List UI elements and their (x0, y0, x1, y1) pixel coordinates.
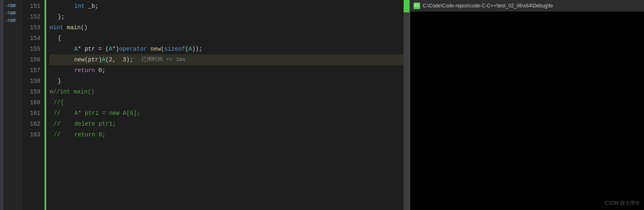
code-text: } (58, 76, 61, 86)
code-line-151: int _b; (49, 1, 404, 12)
code-line-163: // return 0; (49, 129, 404, 140)
keyword-int: int (53, 22, 63, 33)
terminal-watermark: CSDN @大理寺 (604, 200, 640, 207)
type-name: A (188, 44, 192, 54)
code-text: ( (161, 44, 164, 54)
code-line-157: return 0; (49, 65, 404, 76)
code-line-156: new (ptr) A (2, 3); 已用时间 <= 1ms (49, 54, 404, 65)
file-item-3[interactable]: .cpp (3, 17, 21, 23)
code-text: 0; (95, 65, 105, 76)
activity-bar (0, 0, 3, 210)
code-text: (ptr) (85, 54, 102, 65)
comment-text: // A* ptr1 = new A[6]; (54, 108, 140, 119)
type-name: A (102, 54, 105, 65)
function-name: new (74, 54, 85, 65)
code-text: *) (112, 44, 119, 54)
code-text (147, 44, 150, 54)
keyword-return: return (74, 65, 95, 76)
editor-scrollbar[interactable] (404, 0, 409, 210)
file-item-2[interactable]: .cpp (3, 9, 21, 16)
file-sidebar: .cpp .cpp .cpp (3, 0, 22, 210)
line-numbers: 151 152 153 154 155 156 157 158 159 160 … (22, 0, 45, 210)
terminal-app-icon: C# (414, 2, 420, 9)
keyword: operator (119, 44, 147, 54)
code-line-162: // delete ptr1; (49, 119, 404, 129)
code-text: () (81, 22, 88, 33)
code-line-153: ⊟ int main () (49, 22, 404, 33)
function-name: main (67, 22, 81, 33)
code-line-159: ⊟ //int main() (49, 86, 404, 97)
keyword-int: int (74, 1, 85, 12)
comment-text: //{ (54, 97, 64, 108)
terminal-panel: C# C:\Code\Code-repos\code-C-C++\test_02… (409, 0, 644, 210)
code-line-158: } (49, 76, 404, 86)
keyword-sizeof: sizeof (164, 44, 185, 54)
code-text (63, 22, 67, 33)
code-line-155: A * ptr = ( A *) operator new ( sizeof (… (49, 44, 404, 54)
collapse-icon-153[interactable]: ⊟ (49, 22, 53, 33)
code-line-160: //{ (49, 97, 404, 108)
terminal-title: C:\Code\Code-repos\code-C-C++\test_02_06… (423, 3, 553, 9)
editor-panel: .cpp .cpp .cpp 151 152 153 154 155 156 1… (3, 0, 409, 210)
code-text: )); (192, 44, 202, 54)
function-name: new (150, 44, 161, 54)
code-text: ( (185, 44, 188, 54)
code-text: { (58, 33, 61, 44)
code-text: _b; (85, 1, 99, 12)
terminal-content[interactable]: CSDN @大理寺 (410, 12, 644, 210)
code-line-154: { (49, 33, 404, 44)
type-name: A (109, 44, 112, 54)
code-line-152: }; (49, 12, 404, 22)
comment-text: // return 0; (54, 129, 106, 140)
type-name: A (74, 44, 78, 54)
code-line-161: // A* ptr1 = new A[6]; (49, 108, 404, 119)
file-item-1[interactable]: .cpp (3, 2, 21, 9)
collapse-icon-159[interactable]: ⊟ (49, 86, 53, 97)
code-area: 151 152 153 154 155 156 157 158 159 160 … (22, 0, 409, 210)
time-tooltip: 已用时间 <= 1ms (141, 54, 186, 65)
comment-text: //int main() (53, 86, 94, 97)
code-text: (2, 3); (106, 54, 137, 65)
code-content: int _b; }; ⊟ int main () { (46, 0, 404, 210)
scrollbar-thumb[interactable] (404, 0, 409, 12)
terminal-title-bar: C# C:\Code\Code-repos\code-C-C++\test_02… (410, 0, 644, 12)
code-text: * ptr = ( (78, 44, 109, 54)
comment-text: // delete ptr1; (54, 119, 116, 129)
code-text: }; (58, 12, 65, 22)
